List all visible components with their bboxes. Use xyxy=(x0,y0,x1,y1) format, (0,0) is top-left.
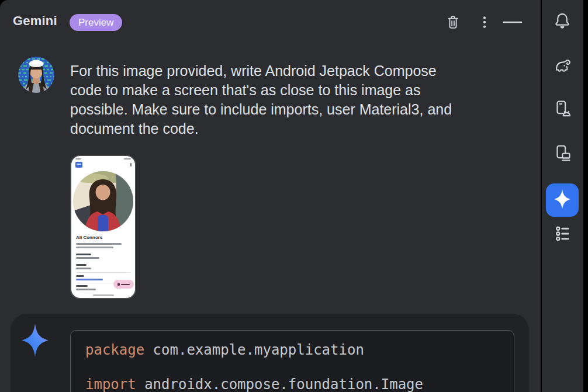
message-line: document the code. xyxy=(70,119,452,138)
gemini-star-icon xyxy=(553,188,572,213)
minimize-icon xyxy=(502,15,523,30)
kebab-menu-icon xyxy=(477,15,492,30)
right-tool-strip xyxy=(542,0,583,392)
trash-icon xyxy=(445,14,461,30)
minimize-button[interactable] xyxy=(500,12,525,32)
bell-icon xyxy=(553,12,572,33)
user-message: For this image provided, write Android J… xyxy=(70,61,452,138)
toolbar-item-running-devices[interactable] xyxy=(551,143,574,166)
bullet-list-icon xyxy=(552,224,572,245)
message-line: For this image provided, write Android J… xyxy=(70,61,452,81)
panel-title: Gemini xyxy=(13,13,57,29)
toolbar-item-notifications[interactable] xyxy=(551,11,574,34)
phone-android-icon xyxy=(552,99,572,121)
toolbar-item-device-manager[interactable] xyxy=(551,98,574,122)
phone-status-right xyxy=(124,158,131,159)
phone-status-left xyxy=(75,158,81,159)
phone-app-chip xyxy=(75,162,82,168)
preview-badge: Preview xyxy=(70,14,122,31)
code-block: package com.example.myapplication import… xyxy=(70,330,514,392)
profile-name: Ali Connors xyxy=(76,235,102,240)
phone-home-indicator xyxy=(93,294,114,296)
device-mirror-icon xyxy=(552,143,572,165)
attached-image-thumbnail[interactable]: Ali Connors xyxy=(70,155,136,299)
toolbar-item-gradle[interactable] xyxy=(551,55,574,78)
more-options-button[interactable] xyxy=(475,12,494,32)
user-avatar xyxy=(18,57,54,93)
gemini-panel: Gemini Preview xyxy=(0,0,541,392)
edit-profile-pill xyxy=(113,280,134,289)
phone-kebab-icon xyxy=(130,163,132,166)
profile-photo xyxy=(73,171,133,231)
toolbar-item-gemini-active[interactable] xyxy=(546,183,579,217)
message-line: code to make a screen that's as close to… xyxy=(70,81,452,100)
toolbar-item-todo-list[interactable] xyxy=(551,223,574,247)
code-line: package com.example.myapplication xyxy=(85,342,514,358)
gradle-elephant-icon xyxy=(552,56,572,77)
gemini-spark-icon xyxy=(21,323,49,358)
message-line: possible. Make sure to include imports, … xyxy=(70,100,452,119)
code-line: import androidx.compose.foundation.Image xyxy=(85,376,514,392)
delete-conversation-button[interactable] xyxy=(443,12,463,32)
android-studio-window: Gemini Preview xyxy=(0,0,588,392)
